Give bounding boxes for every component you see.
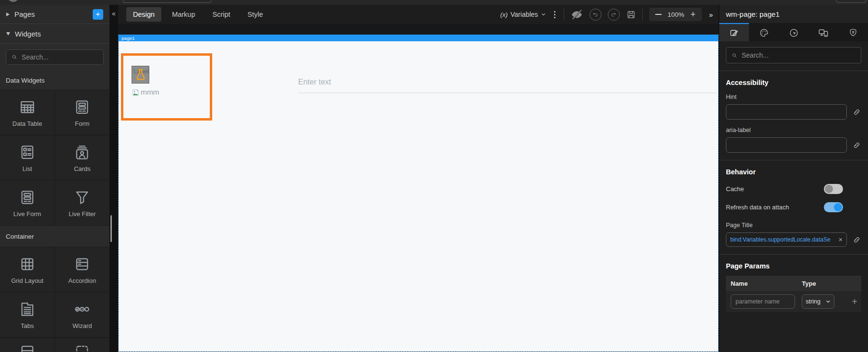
widgets-panel-header[interactable]: Widgets: [0, 24, 109, 43]
widget-tile-accordion[interactable]: Accordion: [55, 247, 110, 292]
widget-tile-label: Data Table: [12, 120, 42, 127]
properties-search[interactable]: [726, 47, 861, 63]
refresh-data-label: Refresh data on attach: [726, 204, 824, 211]
tab-properties[interactable]: [719, 23, 749, 41]
widget-tile-list[interactable]: List: [0, 135, 55, 180]
widget-tile-partial-dotted[interactable]: [55, 338, 110, 352]
preview-eye-off-button[interactable]: [570, 8, 583, 21]
widget-tile-label: Tabs: [21, 322, 34, 329]
work-area: Design Markup Script Style (x) Variables: [118, 5, 719, 352]
widget-tile-grid-layout[interactable]: Grid Layout: [0, 247, 55, 292]
redo-button[interactable]: [608, 9, 620, 21]
aria-label-input[interactable]: [726, 137, 847, 153]
clear-binding-icon[interactable]: ×: [839, 236, 843, 243]
page-canvas[interactable]: page1 Label mmm Enter text: [118, 35, 719, 352]
bind-link-icon[interactable]: [852, 108, 861, 117]
widget-tile-label: Form: [75, 120, 89, 127]
widget-tile-live-form[interactable]: Live Form: [0, 181, 55, 225]
accordion-icon: [73, 255, 91, 273]
widget-tile-label: Wizard: [72, 322, 92, 329]
expand-panel-button[interactable]: »: [709, 11, 713, 19]
divider: [564, 8, 564, 21]
pages-panel-header[interactable]: Pages +: [0, 5, 109, 24]
column-type: Type: [802, 280, 848, 287]
tab-devices[interactable]: [808, 23, 838, 41]
anchor-widget[interactable]: Label: [132, 66, 149, 84]
eye-off-icon: [570, 8, 583, 21]
widget-tile-data-table[interactable]: Data Table: [0, 90, 55, 135]
hint-input[interactable]: [726, 104, 847, 120]
cache-toggle[interactable]: [824, 184, 843, 194]
widgets-label: Widgets: [15, 30, 41, 38]
widget-tile-form[interactable]: Form: [55, 90, 110, 135]
widget-tile-label: Live Filter: [69, 210, 96, 218]
chevron-down-icon: [541, 12, 546, 17]
section-behavior: Behavior: [726, 168, 861, 176]
tab-design[interactable]: Design: [126, 7, 161, 22]
cache-label: Cache: [726, 185, 824, 193]
save-button[interactable]: [626, 10, 636, 20]
widget-tile-live-filter[interactable]: Live Filter: [55, 181, 110, 225]
tab-events[interactable]: [779, 23, 808, 41]
collapse-sidebar-button[interactable]: «: [110, 10, 118, 17]
text-input-widget[interactable]: Enter text: [298, 72, 717, 93]
variables-label: Variables: [510, 11, 538, 18]
page-title-bind-field[interactable]: bind:Variables.supportedLocale.dataSe ×: [726, 232, 847, 247]
live-filter-icon: [73, 189, 91, 206]
widget-tile-partial-panel[interactable]: [0, 338, 55, 352]
form-icon: [73, 98, 91, 116]
widget-tile-label: Accordion: [68, 277, 96, 284]
text-input-placeholder: Enter text: [298, 78, 331, 86]
page-tab[interactable]: page1: [119, 35, 718, 41]
bind-link-icon[interactable]: [852, 235, 861, 244]
param-type-select[interactable]: string: [802, 294, 834, 309]
save-icon: [626, 10, 636, 20]
zoom-in-button[interactable]: +: [690, 10, 696, 19]
devices-icon: [818, 27, 829, 38]
wizard-icon: [73, 301, 91, 318]
column-name: Name: [726, 280, 802, 287]
bind-link-icon[interactable]: [852, 141, 861, 150]
palette-icon: [759, 28, 769, 38]
chevron-down-icon: [826, 299, 831, 304]
image-widget[interactable]: mmm: [132, 88, 210, 97]
tab-markup[interactable]: Markup: [165, 7, 202, 22]
tab-style[interactable]: Style: [241, 7, 270, 22]
tab-script[interactable]: Script: [206, 7, 237, 22]
section-title-data-widgets: Data Widgets: [0, 71, 109, 90]
rail-scrollbar[interactable]: [110, 215, 112, 242]
widget-tile-tabs[interactable]: Tabs: [0, 292, 55, 337]
add-param-button[interactable]: +: [852, 296, 857, 307]
zoom-out-button[interactable]: [655, 14, 662, 15]
add-page-button[interactable]: +: [93, 9, 103, 20]
param-name-input[interactable]: [731, 294, 795, 309]
widget-tile-label: Live Form: [13, 210, 41, 218]
search-icon: [11, 53, 18, 61]
page-tab-label: page1: [121, 36, 135, 41]
widget-search-input[interactable]: [22, 53, 98, 61]
widget-search[interactable]: [6, 49, 104, 65]
chevron-right-icon: [6, 12, 10, 16]
widget-tile-cards[interactable]: Cards: [55, 135, 110, 180]
undo-button[interactable]: [590, 9, 602, 21]
search-icon: [731, 52, 738, 59]
tab-security[interactable]: [838, 23, 868, 41]
tab-styles[interactable]: [749, 23, 779, 41]
canvas-surround: page1 Label mmm Enter text: [118, 24, 719, 352]
pages-label: Pages: [14, 10, 35, 18]
selected-widget[interactable]: Label mmm: [121, 53, 212, 121]
more-options-button[interactable]: [552, 11, 557, 18]
variables-dropdown[interactable]: (x) Variables: [500, 11, 546, 18]
widget-tile-label: List: [23, 165, 32, 172]
cards-icon: [73, 144, 91, 161]
widget-tile-label: Cards: [74, 165, 91, 172]
widget-tile-wizard[interactable]: Wizard: [55, 292, 110, 337]
partial-input-fragment-right: [836, 0, 866, 3]
edit-icon: [729, 28, 739, 38]
page-body[interactable]: Label mmm Enter text: [119, 41, 718, 352]
section-title-container: Container: [0, 226, 109, 247]
section-page-params: Page Params: [726, 262, 861, 270]
refresh-data-toggle[interactable]: [824, 202, 843, 212]
properties-search-input[interactable]: [742, 51, 856, 59]
divider: [642, 8, 643, 21]
